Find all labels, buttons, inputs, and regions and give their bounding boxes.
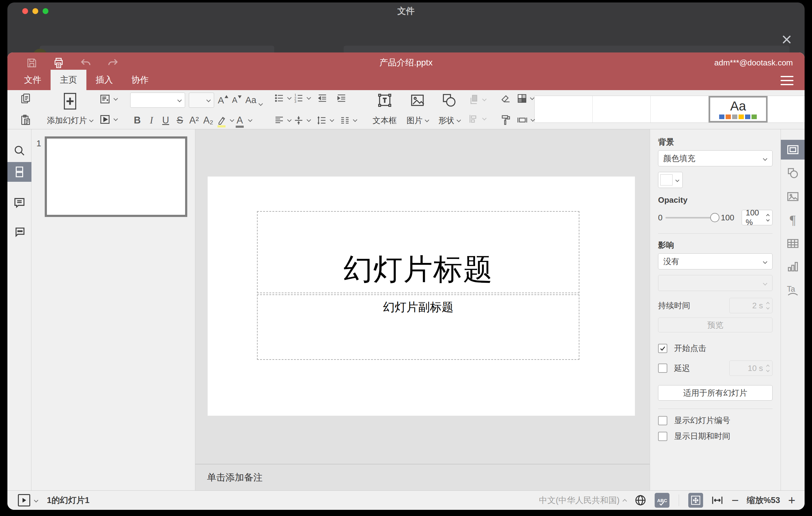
font-color-button[interactable]: A [234,115,252,126]
start-slideshow-button[interactable] [99,114,117,125]
bold-button[interactable]: B [130,115,144,126]
paste-icon[interactable] [20,114,31,126]
menu-icon[interactable] [781,76,793,85]
effect-select[interactable]: 没有 [658,253,773,269]
columns-button[interactable] [339,115,357,126]
decrease-indent-button[interactable] [317,93,328,104]
close-icon[interactable] [781,34,792,45]
strikethrough-button[interactable]: S [173,115,187,126]
theme-item-selected[interactable]: Aa [709,96,767,122]
color-scheme-button[interactable] [516,93,534,104]
font-name-select[interactable] [130,93,185,108]
opacity-stepper[interactable] [767,214,769,221]
arrange-shape-button[interactable] [468,94,486,106]
underline-button[interactable]: U [158,115,173,126]
paragraph-settings-icon[interactable]: ¶ [781,210,805,230]
show-slide-number-checkbox[interactable] [658,416,667,425]
notes-area[interactable]: 单击添加备注 [195,464,650,490]
background-color-picker[interactable] [658,172,683,188]
superscript-button[interactable]: A² [187,115,201,126]
slide-canvas[interactable]: 幻灯片标题 幻灯片副标题 [195,129,650,464]
increase-font-button[interactable]: A [218,95,228,106]
theme-item[interactable] [767,96,805,122]
theme-item[interactable] [535,96,593,122]
insert-textbox-button[interactable]: 文本框 [373,93,397,126]
slide-info: 1的幻灯片1 [47,495,89,506]
slide[interactable]: 幻灯片标题 幻灯片副标题 [208,176,635,416]
tab-file[interactable]: 文件 [15,70,51,90]
erase-group [499,93,512,126]
start-slideshow-status-button[interactable] [18,494,30,507]
theme-item[interactable] [651,96,709,122]
zoom-in-button[interactable]: + [788,494,795,507]
preview-button[interactable]: 预览 [658,318,773,333]
opacity-max: 100 [721,213,734,223]
horizontal-align-button[interactable] [273,115,291,126]
document-title: 产品介绍.pptx [7,57,805,68]
italic-button[interactable]: I [144,115,158,126]
background-fill-select[interactable]: 颜色填充 [658,150,773,166]
user-email: adm***@dootask.com [714,58,793,67]
text-art-settings-icon[interactable]: Ta [781,281,805,300]
tab-collaboration[interactable]: 协作 [122,70,158,90]
chat-icon[interactable] [7,223,31,240]
slide-thumbnail[interactable] [45,136,187,217]
slide-size-button[interactable] [516,114,534,126]
fit-to-width-button[interactable] [711,494,723,507]
bullet-list-button[interactable] [273,93,291,104]
insert-image-button[interactable]: 图片 [407,93,429,126]
duration-stepper[interactable] [767,303,769,309]
comments-icon[interactable] [7,194,31,212]
spellcheck-button[interactable]: ABC [655,493,669,508]
title-placeholder[interactable]: 幻灯片标题 [257,211,579,293]
opacity-slider[interactable] [665,217,715,219]
effect-type-select[interactable] [658,275,773,291]
font-size-select[interactable] [189,93,214,108]
apply-to-all-button[interactable]: 适用于所有幻灯片 [658,385,773,401]
paint-roller-icon[interactable] [499,114,512,126]
image-settings-icon[interactable] [781,187,805,206]
theme-item[interactable] [593,96,651,122]
globe-icon[interactable] [634,494,647,507]
highlight-color-button[interactable] [215,115,234,125]
slide-title-text: 幻灯片标题 [343,250,493,292]
increase-indent-button[interactable] [336,93,347,104]
eraser-icon[interactable] [499,93,512,104]
show-date-time-label: 显示日期和时间 [674,431,730,441]
tab-home[interactable]: 主页 [51,70,86,90]
delay-spinner[interactable]: 10 s [729,361,773,376]
theme-color-dots [719,114,757,119]
align-shape-button[interactable] [468,113,486,125]
chart-settings-icon[interactable] [781,257,805,277]
background-panel-edge [344,46,789,53]
table-settings-icon[interactable] [781,234,805,253]
start-on-click-label: 开始点击 [674,343,706,354]
decrease-font-button[interactable]: A [232,95,241,105]
search-icon[interactable] [7,142,31,160]
document-language-button[interactable]: 中文(中华人民共和国) [539,495,626,506]
slides-panel-icon[interactable] [7,162,31,182]
duration-spinner[interactable]: 2 s [729,298,773,313]
fit-to-slide-button[interactable] [688,493,703,508]
subtitle-placeholder[interactable]: 幻灯片副标题 [257,294,579,360]
zoom-out-button[interactable]: − [731,494,738,507]
show-date-time-checkbox[interactable] [658,432,667,441]
line-spacing-button[interactable] [316,115,334,126]
opacity-slider-knob[interactable] [710,213,720,222]
delay-stepper[interactable] [767,365,769,372]
shape-settings-icon[interactable] [781,163,805,183]
vertical-align-button[interactable] [293,115,310,126]
delay-checkbox[interactable] [658,364,667,373]
subscript-button[interactable]: A₂ [201,115,215,126]
opacity-spinner[interactable]: 100 % [742,210,773,225]
svg-text:3: 3 [294,100,296,104]
change-case-button[interactable]: Aa [245,95,262,105]
copy-icon[interactable] [20,93,31,104]
slide-layout-button[interactable] [99,93,117,105]
slide-settings-icon[interactable] [781,140,805,160]
numbered-list-button[interactable]: 123 [293,93,310,104]
insert-shape-button[interactable]: 形状 [438,93,460,126]
tab-insert[interactable]: 插入 [86,70,122,90]
start-on-click-checkbox[interactable] [658,344,667,353]
add-slide-button[interactable]: 添加幻灯片 [47,93,93,126]
